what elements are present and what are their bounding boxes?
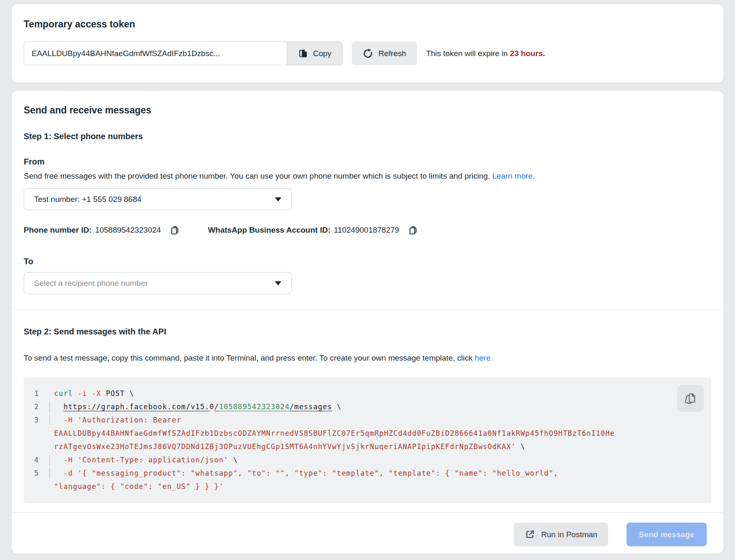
code-line-text: -d '{ "messaging_product": "whatsapp", "… bbox=[49, 467, 711, 493]
phone-number-id-label: Phone number ID: bbox=[24, 225, 92, 235]
refresh-button-label: Refresh bbox=[378, 49, 406, 58]
to-phone-number-select[interactable]: Select a recipient phone number bbox=[24, 272, 292, 294]
step1-heading: Step 1: Select phone numbers bbox=[24, 131, 711, 142]
to-select-placeholder: Select a recipient phone number bbox=[34, 279, 148, 288]
code-lines: 1curl -i -X POST \2 https://graph.facebo… bbox=[24, 387, 711, 493]
copy-phone-number-id-button[interactable] bbox=[169, 224, 180, 236]
learn-more-link[interactable]: Learn more. bbox=[492, 172, 535, 180]
messages-card-title: Send and receive messages bbox=[24, 104, 711, 116]
refresh-icon bbox=[363, 48, 373, 59]
copy-code-button[interactable] bbox=[677, 385, 704, 412]
code-line: 5 -d '{ "messaging_product": "whatsapp",… bbox=[24, 467, 711, 493]
code-line-number: 5 bbox=[24, 467, 49, 493]
send-message-label: Send message bbox=[639, 530, 694, 539]
to-label: To bbox=[24, 256, 711, 266]
code-line-number: 1 bbox=[24, 387, 49, 400]
copy-icon bbox=[298, 49, 308, 59]
waba-id-label: WhatsApp Business Account ID: bbox=[208, 225, 331, 235]
token-card-title: Temporary access token bbox=[24, 18, 711, 30]
token-expiry-text: This token will expire in 23 hours. bbox=[426, 49, 545, 58]
code-line: 3 -H 'Authorization: Bearer EAALLDUBpy44… bbox=[24, 413, 711, 453]
code-line-text: https://graph.facebook.com/v15.0/1058895… bbox=[49, 400, 711, 413]
from-label: From bbox=[24, 157, 711, 167]
chevron-down-icon bbox=[275, 197, 281, 201]
curl-code-block: 1curl -i -X POST \2 https://graph.facebo… bbox=[24, 378, 711, 503]
code-line: 1curl -i -X POST \ bbox=[24, 387, 711, 400]
code-line-number: 4 bbox=[24, 453, 49, 467]
code-line-number: 3 bbox=[24, 413, 49, 453]
code-line: 4 -H 'Content-Type: application/json' \ bbox=[24, 453, 711, 467]
from-phone-number-select[interactable]: Test number: +1 555 029 8684 bbox=[24, 188, 292, 210]
send-receive-messages-card: Send and receive messages Step 1: Select… bbox=[12, 91, 723, 554]
run-in-postman-label: Run in Postman bbox=[541, 530, 597, 539]
run-in-postman-button[interactable]: Run in Postman bbox=[514, 523, 608, 546]
from-selected-value: Test number: +1 555 029 8684 bbox=[34, 195, 141, 204]
copy-icon bbox=[407, 224, 419, 236]
code-line-text: -H 'Content-Type: application/json' \ bbox=[49, 453, 711, 467]
copy-icon bbox=[683, 391, 698, 405]
phone-number-id-value: 105889542323024 bbox=[95, 226, 161, 235]
waba-id-value: 110249001878279 bbox=[334, 226, 399, 235]
temporary-access-token-card: Temporary access token Copy Refresh bbox=[12, 4, 723, 83]
token-expiry-value: 23 hours. bbox=[510, 49, 545, 58]
code-line-text: curl -i -X POST \ bbox=[49, 387, 711, 400]
section-divider bbox=[12, 309, 723, 309]
ids-row: Phone number ID: 105889542323024 WhatsAp… bbox=[24, 224, 711, 236]
token-row: Copy Refresh This token will expire in 2… bbox=[24, 42, 711, 65]
code-line-number: 2 bbox=[24, 400, 49, 413]
copy-button-label: Copy bbox=[313, 49, 331, 58]
code-line-text: -H 'Authorization: Bearer EAALLDUBpy44BA… bbox=[49, 413, 711, 453]
external-link-icon bbox=[525, 529, 535, 540]
send-message-button[interactable]: Send message bbox=[626, 523, 707, 546]
copy-token-button[interactable]: Copy bbox=[287, 42, 343, 65]
refresh-token-button[interactable]: Refresh bbox=[352, 42, 417, 65]
chevron-down-icon bbox=[275, 281, 281, 285]
copy-waba-id-button[interactable] bbox=[407, 224, 419, 236]
from-description: Send free messages with the provided tes… bbox=[24, 171, 711, 182]
actions-footer: Run in Postman Send message bbox=[12, 512, 723, 554]
copy-icon bbox=[169, 224, 180, 236]
here-link[interactable]: here. bbox=[475, 354, 493, 362]
step2-description: To send a test message, copy this comman… bbox=[24, 353, 711, 364]
step2-heading: Step 2: Send messages with the API bbox=[24, 326, 711, 337]
code-line: 2 https://graph.facebook.com/v15.0/10588… bbox=[24, 400, 711, 413]
access-token-input[interactable] bbox=[24, 42, 287, 65]
